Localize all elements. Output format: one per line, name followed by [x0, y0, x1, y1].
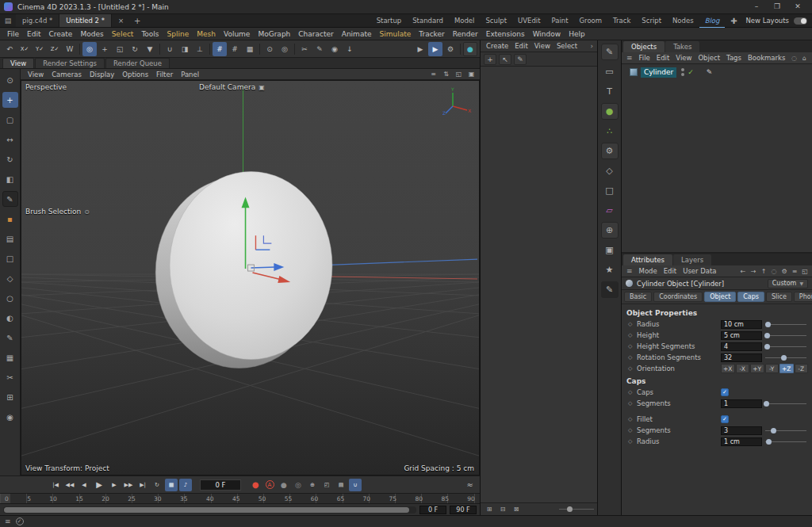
render-settings-icon[interactable]: ⚙	[443, 42, 458, 56]
slider-thumb[interactable]	[764, 333, 770, 338]
viewport-maximize-icon[interactable]: ▣	[466, 70, 477, 79]
attribute-tab[interactable]: Object	[704, 292, 736, 302]
slider-thumb[interactable]	[567, 506, 573, 512]
menu-item[interactable]: Tracker	[415, 30, 448, 38]
move-tool-icon[interactable]: +	[2, 92, 18, 108]
live-selection-tool[interactable]: ◎	[82, 42, 97, 56]
menu-item[interactable]: Select	[108, 30, 138, 38]
simulation-sphere-icon[interactable]: ●	[463, 42, 477, 56]
render-preview-button[interactable]: ▤	[335, 479, 347, 491]
layout-tab[interactable]: UVEdit	[512, 14, 546, 28]
close-tab-button[interactable]: ×	[112, 14, 130, 27]
planes-icon[interactable]: ▱	[601, 202, 619, 219]
search-icon[interactable]: ◌	[769, 266, 779, 276]
close-button[interactable]: ✕	[787, 0, 808, 13]
autokey-button[interactable]: A	[263, 479, 276, 491]
mirror-tool-icon[interactable]: ◨	[178, 42, 192, 56]
zoom-tool-icon[interactable]: ⊙	[2, 72, 18, 88]
current-frame-field[interactable]: 0 F	[200, 479, 241, 491]
perspective-label[interactable]: Perspective	[25, 83, 67, 91]
prev-frame-button[interactable]: ◀	[78, 479, 90, 491]
radius-slider[interactable]	[765, 320, 808, 328]
toolbar-icon[interactable]	[294, 44, 295, 55]
axis-snap-icon[interactable]: ◎	[278, 42, 292, 56]
key-diamond-icon[interactable]: ◇	[628, 427, 634, 433]
rotate-tool-icon[interactable]: ↻	[2, 151, 18, 167]
menu-item[interactable]: Create	[45, 30, 77, 38]
timeline-ruler[interactable]: 051015202530354045505560657075808590	[0, 493, 480, 503]
height-field[interactable]: 5 cm	[721, 331, 762, 340]
mirror-tool-icon[interactable]: ↔	[2, 132, 18, 147]
radius-field[interactable]: 10 cm	[721, 320, 762, 329]
viewport-menu-item[interactable]: Display	[86, 71, 118, 78]
attributes-menu-item[interactable]: Mode	[636, 267, 661, 275]
middle-menu-item[interactable]: Edit	[511, 42, 530, 50]
menu-item[interactable]: Simulate	[375, 30, 415, 38]
key-selection-button[interactable]: ◎	[292, 479, 304, 491]
objects-menu-item[interactable]: View	[672, 54, 695, 62]
tag-pen-icon[interactable]: ✎	[601, 44, 619, 60]
grid-tool-icon[interactable]: ▦	[2, 349, 18, 365]
goto-end-button[interactable]: ▶|	[136, 479, 149, 491]
add-document-button[interactable]: +	[130, 14, 144, 27]
menu-item[interactable]: Spline	[163, 30, 193, 38]
render-visibility-dot[interactable]	[681, 73, 684, 76]
height-slider[interactable]	[765, 331, 808, 339]
menu-item[interactable]: Extensions	[482, 30, 529, 38]
new-layouts-label[interactable]: New Layouts	[745, 17, 789, 25]
editor-visibility-dot[interactable]	[681, 68, 684, 71]
rotation-segments-slider[interactable]	[765, 353, 808, 361]
orientation-button[interactable]: +Y	[750, 364, 764, 373]
next-key-button[interactable]: ▶▶	[122, 479, 135, 491]
orientation-button[interactable]: -Y	[765, 364, 779, 373]
key-diamond-icon[interactable]: ◇	[628, 354, 634, 361]
toolbar-icon[interactable]	[79, 44, 80, 55]
key-diamond-icon[interactable]: ◇	[628, 343, 634, 349]
camera-monitor-icon[interactable]: ▣	[601, 242, 619, 258]
objects-menu-item[interactable]: Edit	[653, 54, 672, 62]
key-diamond-icon[interactable]: ◇	[628, 416, 634, 422]
magnet-button[interactable]: ∪	[349, 479, 362, 491]
pen-tool-icon[interactable]: ✎	[2, 330, 18, 346]
viewport-swap-icon[interactable]: ⇅	[441, 70, 451, 79]
popout-icon[interactable]: ◱	[800, 266, 810, 276]
frame-tool-icon[interactable]: ▢	[2, 112, 18, 128]
viewport-menu-item[interactable]: Panel	[177, 71, 203, 78]
search-icon[interactable]: ◌	[789, 53, 799, 63]
fcurve-icon[interactable]: ≈	[467, 480, 473, 489]
middle-menu-item[interactable]: Create	[483, 42, 511, 50]
axis-y-lock[interactable]: Y✓	[33, 42, 47, 56]
height-segments-slider[interactable]	[765, 342, 808, 350]
add-item-button[interactable]: +	[484, 54, 496, 65]
height-segments-field[interactable]: 4	[721, 342, 762, 351]
attributes-menu-item[interactable]: User Data	[680, 267, 719, 275]
viewport-menu-item[interactable]: Cameras	[48, 71, 86, 78]
rectangle-shape-icon[interactable]: ▭	[601, 63, 619, 80]
visibility-toggles[interactable]	[681, 68, 684, 76]
rotation-segments-field[interactable]: 32	[721, 353, 762, 362]
slider-thumb[interactable]	[781, 355, 787, 361]
orientation-button[interactable]: -Z	[795, 364, 809, 373]
snap-grid-icon[interactable]: #	[213, 42, 227, 56]
panel-tab[interactable]: View	[2, 58, 34, 68]
burger-icon[interactable]: ≡	[624, 267, 635, 275]
list-view-icon[interactable]: ⊞	[484, 505, 495, 514]
cap-segments-field[interactable]: 1	[721, 399, 762, 408]
caps-checkbox[interactable]	[721, 388, 729, 396]
pencil-icon[interactable]: ✎	[601, 281, 619, 298]
key-diamond-icon[interactable]: ◇	[628, 365, 634, 372]
prev-key-button[interactable]: ◀◀	[63, 479, 76, 491]
layout-tab[interactable]: Paint	[546, 14, 573, 28]
snapshot-button[interactable]: ⊕	[306, 479, 319, 491]
color-swatch-icon[interactable]: ▪	[2, 211, 18, 227]
fillet-checkbox[interactable]	[721, 415, 729, 423]
tile-view-icon[interactable]: ⊟	[497, 505, 508, 514]
key-diamond-icon[interactable]: ◇	[628, 332, 634, 338]
record-button[interactable]: ●	[249, 479, 262, 491]
menu-item[interactable]: Render	[449, 30, 482, 38]
panel-tab[interactable]: Render Queue	[105, 58, 170, 68]
cap-segments-slider[interactable]	[765, 399, 808, 407]
gear-icon[interactable]: ⚙	[601, 143, 619, 159]
layout-tab[interactable]: Groom	[574, 14, 608, 28]
menu-overflow-icon[interactable]: ›	[590, 42, 595, 50]
